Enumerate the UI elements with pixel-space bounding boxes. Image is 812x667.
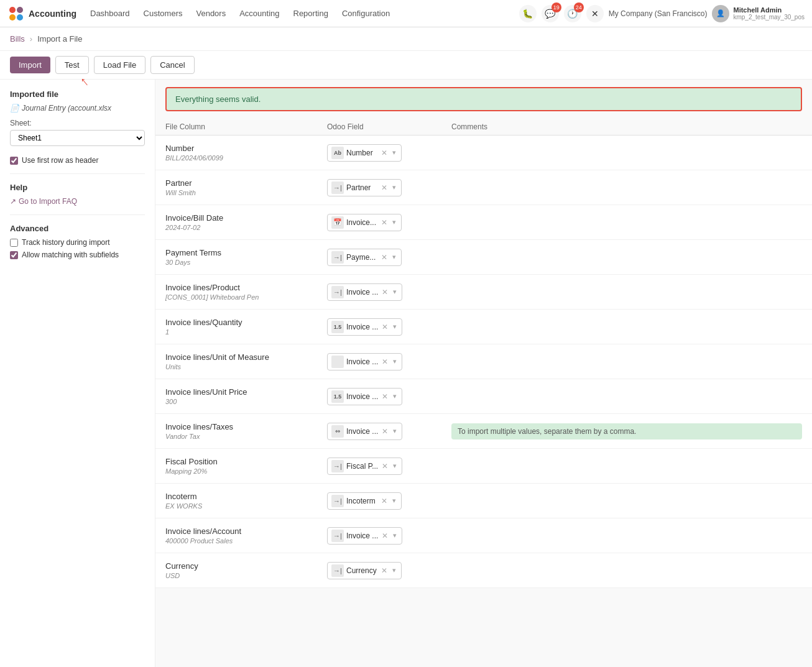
svg-point-2 (9, 14, 16, 21)
column-headers: File Column Odoo Field Comments (155, 119, 812, 136)
odoo-field-clear-btn[interactable]: ✕ (381, 392, 389, 401)
col-header-odoo: Odoo Field (327, 122, 451, 131)
test-button[interactable]: Test (55, 56, 89, 74)
odoo-field-selector[interactable]: Invoice ... ✕ ▾ (327, 353, 402, 370)
odoo-field-clear-btn[interactable]: ✕ (380, 253, 389, 262)
odoo-field-dropdown-btn[interactable]: ▾ (392, 357, 398, 366)
breadcrumb-parent[interactable]: Bills (10, 34, 25, 44)
odoo-field-dropdown-btn[interactable]: ▾ (391, 218, 397, 226)
odoo-field-clear-btn[interactable]: ✕ (380, 183, 389, 192)
field-column-name: Invoice lines/Taxes (165, 422, 327, 431)
odoo-field-selector[interactable]: Ab Number ✕ ▾ (327, 144, 402, 162)
odoo-field-dropdown-btn[interactable]: ▾ (392, 531, 398, 540)
odoo-field-dropdown-btn[interactable]: ▾ (392, 392, 398, 400)
field-odoo-col: →| Payme... ✕ ▾ (327, 249, 451, 266)
top-navigation: Accounting Dashboard Customers Vendors A… (0, 0, 812, 27)
odoo-field-selector[interactable]: →| Invoice ... ✕ ▾ (327, 527, 402, 545)
odoo-field-type-icon: →| (331, 460, 344, 472)
track-history-checkbox-row[interactable]: Track history during import (10, 238, 145, 247)
odoo-field-selector[interactable]: →| Currency ✕ ▾ (327, 562, 402, 579)
odoo-field-clear-btn[interactable]: ✕ (381, 427, 389, 436)
field-sample-value: EX WORKS (165, 502, 327, 510)
field-odoo-col: Ab Number ✕ ▾ (327, 144, 451, 162)
user-menu[interactable]: 👤 Mitchell Admin kmp_2_test_may_30_pos (712, 5, 805, 22)
nav-accounting[interactable]: Accounting (233, 6, 285, 21)
nav-vendors[interactable]: Vendors (190, 6, 232, 21)
field-sample-value: 400000 Product Sales (165, 537, 327, 545)
odoo-field-type-icon: ⇔ (331, 425, 344, 438)
app-logo[interactable]: Accounting (7, 5, 76, 22)
odoo-field-dropdown-btn[interactable]: ▾ (392, 323, 398, 331)
odoo-field-dropdown-btn[interactable]: ▾ (392, 427, 398, 435)
odoo-field-selector[interactable]: →| Fiscal P... ✕ ▾ (327, 458, 402, 475)
odoo-field-text: Invoice ... (346, 392, 378, 401)
load-file-button[interactable]: Load File (94, 56, 145, 74)
help-title: Help (10, 183, 145, 192)
import-button[interactable]: Import (10, 57, 50, 73)
odoo-field-selector[interactable]: 1.5 Invoice ... ✕ ▾ (327, 388, 402, 405)
odoo-field-text: Invoice ... (346, 427, 378, 436)
user-subtitle: kmp_2_test_may_30_pos (733, 14, 805, 21)
cancel-button[interactable]: Cancel (150, 56, 194, 74)
odoo-field-clear-btn[interactable]: ✕ (380, 149, 389, 157)
field-odoo-col: 1.5 Invoice ... ✕ ▾ (327, 318, 451, 336)
odoo-field-clear-btn[interactable]: ✕ (380, 218, 389, 227)
go-to-import-faq-link[interactable]: ↗ Go to Import FAQ (10, 197, 145, 206)
odoo-field-dropdown-btn[interactable]: ▾ (391, 253, 397, 261)
field-sample-value: Mapping 20% (165, 467, 327, 475)
nav-configuration[interactable]: Configuration (336, 6, 396, 21)
field-column-name: Payment Terms (165, 248, 327, 257)
odoo-field-selector[interactable]: 📅 Invoice... ✕ ▾ (327, 214, 402, 231)
field-name-col: Fiscal Position Mapping 20% (165, 457, 327, 475)
imported-file-title: Imported file (10, 90, 145, 99)
odoo-field-clear-btn[interactable]: ✕ (380, 566, 389, 575)
field-name-col: Invoice lines/Unit of Measure Units (165, 352, 327, 370)
odoo-field-selector[interactable]: ⇔ Invoice ... ✕ ▾ (327, 423, 402, 440)
table-row: Invoice lines/Taxes Vandor Tax ⇔ Invoice… (155, 414, 812, 449)
allow-matching-checkbox-row[interactable]: Allow matching with subfields (10, 251, 145, 259)
odoo-field-dropdown-btn[interactable]: ▾ (391, 497, 397, 505)
odoo-field-clear-btn[interactable]: ✕ (381, 288, 389, 297)
chat-icon[interactable]: 💬 19 (542, 5, 559, 22)
use-first-header-checkbox[interactable] (10, 157, 18, 165)
field-name-col: Currency USD (165, 561, 327, 579)
track-history-checkbox[interactable] (10, 239, 18, 247)
nav-customers[interactable]: Customers (137, 6, 189, 21)
table-row: Number BILL/2024/06/0099 Ab Number ✕ ▾ (155, 136, 812, 170)
table-row: Invoice lines/Unit Price 300 1.5 Invoice… (155, 379, 812, 414)
odoo-field-clear-btn[interactable]: ✕ (380, 497, 389, 505)
odoo-field-clear-btn[interactable]: ✕ (381, 462, 389, 471)
odoo-field-selector[interactable]: →| Payme... ✕ ▾ (327, 249, 402, 266)
odoo-field-dropdown-btn[interactable]: ▾ (392, 462, 398, 470)
debug-icon[interactable]: 🐛 (519, 5, 537, 22)
close-icon[interactable]: ✕ (586, 5, 604, 22)
sheet-select[interactable]: Sheet1 (10, 130, 145, 146)
field-odoo-col: →| Invoice ... ✕ ▾ (327, 527, 451, 545)
odoo-field-dropdown-btn[interactable]: ▾ (391, 149, 397, 157)
odoo-field-clear-btn[interactable]: ✕ (381, 323, 389, 331)
nav-dashboard[interactable]: Dashboard (84, 6, 136, 21)
field-name-col: Invoice lines/Unit Price 300 (165, 387, 327, 405)
odoo-field-dropdown-btn[interactable]: ▾ (391, 566, 397, 574)
odoo-field-selector[interactable]: →| Partner ✕ ▾ (327, 179, 402, 196)
odoo-field-selector[interactable]: 1.5 Invoice ... ✕ ▾ (327, 318, 402, 336)
field-name-col: Invoice lines/Product [CONS_0001] Whiteb… (165, 283, 327, 301)
validation-banner: Everything seems valid. (165, 87, 802, 111)
use-first-header-checkbox-row[interactable]: Use first row as header (10, 156, 145, 165)
odoo-field-text: Partner (346, 183, 377, 192)
odoo-field-text: Invoice ... (346, 531, 378, 540)
odoo-field-clear-btn[interactable]: ✕ (381, 531, 389, 540)
odoo-field-clear-btn[interactable]: ✕ (381, 357, 389, 366)
odoo-field-selector[interactable]: →| Incoterm ✕ ▾ (327, 492, 402, 510)
nav-reporting[interactable]: Reporting (287, 6, 334, 21)
sidebar: Imported file 📄 Journal Entry (account.x… (0, 80, 155, 667)
nav-right-actions: 🐛 💬 19 🕐 24 ✕ My Company (San Francisco)… (519, 5, 805, 22)
field-odoo-col: →| Fiscal P... ✕ ▾ (327, 458, 451, 475)
allow-matching-checkbox[interactable] (10, 251, 18, 259)
todo-icon[interactable]: 🕐 24 (564, 5, 581, 22)
odoo-field-dropdown-btn[interactable]: ▾ (392, 288, 398, 296)
odoo-field-dropdown-btn[interactable]: ▾ (391, 183, 397, 191)
odoo-field-selector[interactable]: →| Invoice ... ✕ ▾ (327, 283, 402, 301)
svg-point-0 (9, 7, 16, 13)
odoo-field-text: Incoterm (346, 497, 377, 505)
